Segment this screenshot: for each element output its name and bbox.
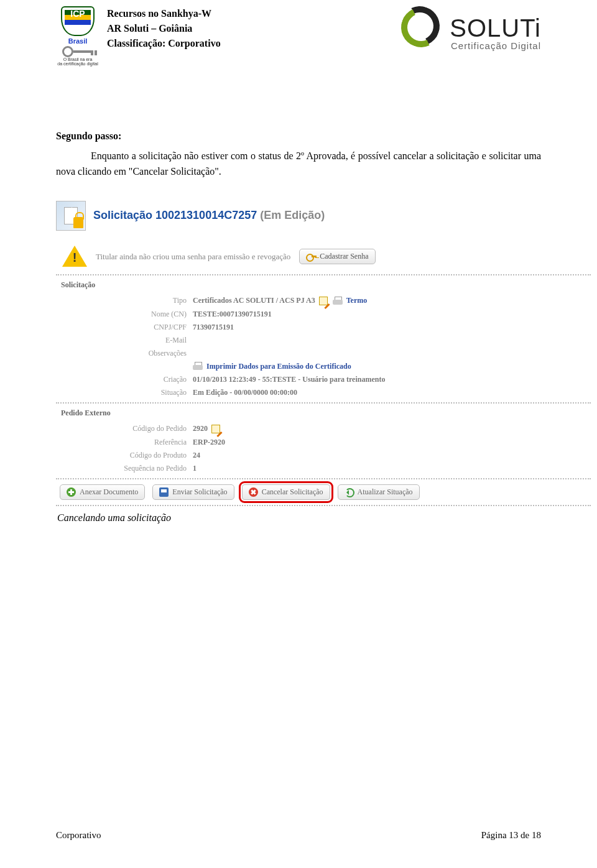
- label-referencia: Referência: [56, 438, 187, 447]
- icp-brasil-logo: ICP Brasil O Brasil na era da certificaç…: [56, 6, 100, 66]
- label-cnpj: CNPJ/CPF: [56, 323, 187, 332]
- value-codigo-produto: 24: [193, 451, 200, 460]
- print-icon[interactable]: [333, 297, 343, 305]
- section-solicitacao: Solicitação: [61, 280, 591, 290]
- header-classification: Classificação: Corporativo: [107, 36, 392, 51]
- label-sequencia: Sequência no Pedido: [56, 464, 187, 473]
- value-nome: TESTE:00071390715191: [193, 310, 272, 319]
- soluti-logo: SOLUTi Certificação Digital: [400, 6, 541, 50]
- label-tipo: Tipo: [56, 296, 187, 305]
- document-header: ICP Brasil O Brasil na era da certificaç…: [56, 6, 541, 66]
- divider: [56, 274, 591, 275]
- divider: [56, 478, 591, 479]
- header-subtitle: AR Soluti – Goiânia: [107, 21, 392, 36]
- edit-icon[interactable]: [319, 296, 329, 306]
- warning-icon: [62, 246, 87, 268]
- print-icon[interactable]: [193, 362, 203, 371]
- app-screenshot: Solicitação 10021310014C7257 (Em Edição)…: [56, 201, 591, 506]
- termo-link[interactable]: Termo: [346, 296, 368, 305]
- value-criacao: 01/10/2013 12:23:49 - 55:TESTE - Usuário…: [193, 375, 385, 384]
- label-codigo-pedido: Código do Pedido: [56, 424, 187, 433]
- cancel-request-button[interactable]: Cancelar Solicitação: [242, 484, 330, 500]
- cancel-icon: [249, 487, 258, 497]
- figure-caption: Cancelando uma solicitação: [57, 512, 541, 524]
- label-criacao: Criação: [56, 375, 187, 384]
- label-codigo-produto: Código do Produto: [56, 451, 187, 460]
- body-text: Segundo passo: Enquanto a solicitação nã…: [56, 128, 541, 180]
- page-footer: Corporativo Página 13 de 18: [56, 830, 541, 841]
- value-sequencia: 1: [193, 464, 197, 473]
- header-title: Recursos no Sankhya-W: [107, 6, 392, 21]
- warning-text: Titular ainda não criou uma senha para e…: [96, 252, 290, 262]
- soluti-wordmark: SOLUTi Certificação Digital: [450, 14, 541, 42]
- action-toolbar: Anexar Documento Enviar Solicitação Canc…: [60, 484, 591, 500]
- icp-tagline-2: da certificação digital: [56, 62, 100, 66]
- header-meta: Recursos no Sankhya-W AR Soluti – Goiâni…: [107, 6, 392, 51]
- request-lock-icon: [56, 201, 86, 231]
- refresh-status-button[interactable]: Atualizar Situação: [338, 484, 420, 500]
- step-paragraph: Enquanto a solicitação não estiver com o…: [56, 148, 541, 180]
- icp-shield-text: ICP: [62, 9, 93, 19]
- value-situacao: Em Edição - 00/00/0000 00:00:00: [193, 388, 297, 397]
- plus-icon: [67, 487, 76, 497]
- value-referencia: ERP-2920: [193, 438, 225, 447]
- step-heading: Segundo passo:: [56, 131, 121, 141]
- soluti-subtitle: Certificação Digital: [451, 40, 541, 51]
- register-password-button[interactable]: Cadastrar Senha: [299, 249, 375, 264]
- footer-left: Corporativo: [56, 830, 101, 841]
- value-cnpj: 71390715191: [193, 323, 234, 332]
- divider: [56, 402, 591, 404]
- attach-document-button[interactable]: Anexar Documento: [60, 484, 145, 500]
- label-situacao: Situação: [56, 388, 187, 397]
- label-obs: Observações: [56, 349, 187, 358]
- key-icon: [306, 254, 316, 260]
- value-tipo: Certificados AC SOLUTI / ACS PJ A3: [193, 296, 315, 305]
- divider: [56, 505, 591, 506]
- request-title: Solicitação 10021310014C7257 (Em Edição): [93, 209, 325, 222]
- save-icon: [159, 487, 169, 497]
- label-nome: Nome (CN): [56, 310, 187, 319]
- icp-country: Brasil: [56, 37, 100, 45]
- footer-page: Página 13 de 18: [481, 830, 541, 841]
- section-pedido: Pedido Externo: [61, 409, 591, 418]
- value-codigo-pedido: 2920: [193, 424, 208, 433]
- soluti-swirl-icon: [400, 6, 443, 50]
- send-request-button[interactable]: Enviar Solicitação: [152, 484, 234, 500]
- refresh-icon: [345, 487, 354, 497]
- print-data-link[interactable]: Imprimir Dados para Emissão do Certifica…: [206, 362, 351, 371]
- label-email: E-Mail: [56, 336, 187, 345]
- edit-icon[interactable]: [211, 424, 221, 434]
- icp-tagline-1: O Brasil na era: [56, 57, 100, 62]
